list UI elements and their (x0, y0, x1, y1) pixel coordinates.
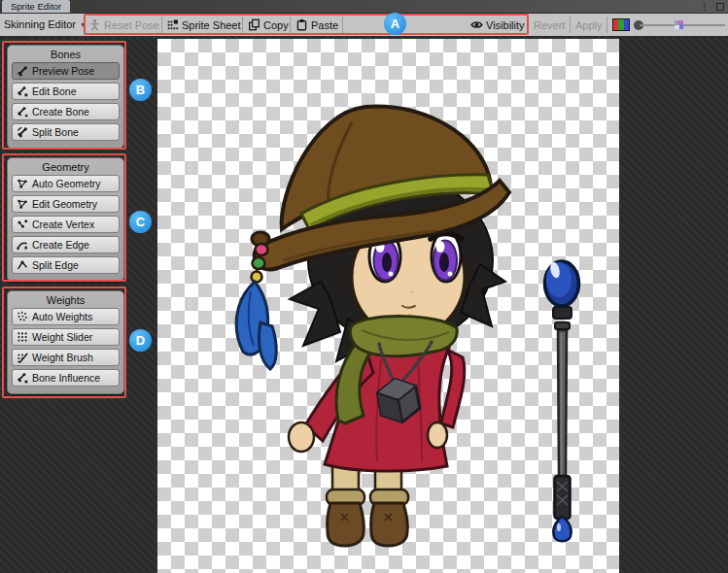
badge-letter: D (136, 333, 145, 348)
sprite-sheet-icon (166, 18, 179, 31)
button-label: Auto Geometry (32, 178, 101, 189)
panel-title: Bones (8, 48, 123, 62)
bone-icon (17, 65, 28, 77)
bones-panel: Bones Preview Pose Edit Bone Create Bone… (7, 45, 124, 149)
create-vertex-button[interactable]: Create Vertex (12, 216, 120, 233)
tab-label: Sprite Editor (11, 1, 61, 12)
button-label: Split Bone (32, 126, 79, 138)
edit-geometry-button[interactable]: Edit Geometry (12, 195, 120, 213)
toolbar-separator (570, 17, 571, 33)
toolbar-separator (342, 17, 343, 33)
tab-bar: Sprite Editor ⋮ (0, 0, 728, 13)
eye-icon (470, 18, 483, 31)
badge-letter: A (391, 17, 399, 31)
weights-panel: Weights Auto Weights Weight Slider Weigh… (7, 290, 124, 394)
reset-pose-button[interactable]: Reset Pose (88, 14, 159, 36)
sprite-editor-window: Sprite Editor ⋮ Skinning Editor▼ Reset P… (0, 0, 728, 573)
button-label: Paste (311, 19, 338, 31)
button-label: Create Bone (32, 106, 89, 118)
button-label: Bone Influence (32, 372, 100, 384)
maximize-icon[interactable] (716, 3, 724, 11)
edge-split-icon (17, 259, 28, 271)
reset-pose-icon (88, 18, 101, 31)
button-label: Reset Pose (104, 19, 159, 31)
kebab-menu-icon[interactable]: ⋮ (700, 0, 710, 13)
paste-button[interactable]: Paste (295, 14, 338, 36)
button-label: Sprite Sheet (182, 19, 241, 31)
mesh-icon (17, 198, 28, 210)
annotation-badge-a: A (384, 13, 406, 35)
preview-pose-button[interactable]: Preview Pose (12, 62, 120, 80)
button-label: Apply (575, 19, 603, 31)
auto-geometry-button[interactable]: Auto Geometry (12, 175, 120, 192)
dots-auto-icon (17, 311, 28, 322)
weight-brush-button[interactable]: Weight Brush (12, 349, 120, 366)
paste-icon (295, 18, 308, 31)
toolbar-separator (290, 17, 291, 33)
staff-sprite (545, 261, 579, 542)
apply-button[interactable]: Apply (575, 14, 603, 36)
toolbar-separator (607, 17, 607, 33)
button-label: Edit Geometry (32, 198, 97, 210)
badge-letter: C (136, 215, 145, 229)
copy-icon (248, 18, 260, 31)
rgb-channels-icon[interactable] (612, 18, 630, 31)
annotation-badge-d: D (129, 329, 152, 352)
button-label: Revert (534, 19, 565, 31)
toolbar-separator (242, 17, 243, 33)
button-label: Weight Slider (32, 331, 92, 343)
split-edge-button[interactable]: Split Edge (12, 256, 120, 274)
geometry-panel: Geometry Auto Geometry Edit Geometry Cre… (7, 157, 124, 282)
annotation-badge-b: B (129, 79, 152, 101)
create-edge-button[interactable]: Create Edge (12, 236, 120, 253)
button-label: Preview Pose (32, 65, 94, 77)
dots-brush-icon (17, 352, 28, 363)
toolbar-separator (161, 17, 162, 33)
button-label: Create Vertex (32, 219, 94, 230)
skinning-editor-dropdown[interactable]: Skinning Editor▼ (4, 14, 87, 36)
chevron-down-icon: ▼ (80, 21, 87, 28)
copy-button[interactable]: Copy (248, 14, 289, 36)
tab-sprite-editor[interactable]: Sprite Editor (2, 0, 70, 13)
bone-influence-button[interactable]: Bone Influence (12, 369, 120, 387)
sprite-canvas[interactable] (157, 39, 619, 573)
mode-label: Skinning Editor (4, 18, 76, 30)
mip-levels-icon[interactable] (675, 20, 683, 29)
toolbar: Skinning Editor▼ Reset Pose Sprite Sheet… (0, 13, 728, 36)
button-label: Create Edge (32, 239, 89, 251)
visibility-button[interactable]: Visibility (470, 14, 525, 36)
button-label: Split Edge (32, 259, 79, 271)
panel-title: Geometry (8, 160, 123, 175)
button-label: Weight Brush (32, 352, 93, 363)
weight-slider-button[interactable]: Weight Slider (12, 328, 120, 346)
bone-influence-icon (17, 372, 28, 384)
button-label: Edit Bone (32, 85, 77, 97)
create-bone-button[interactable]: Create Bone (12, 103, 120, 120)
sprite-sheet-button[interactable]: Sprite Sheet (166, 14, 241, 36)
auto-weights-button[interactable]: Auto Weights (12, 308, 120, 325)
dots-grid-icon (17, 331, 28, 343)
mesh-icon (17, 178, 28, 189)
bone-create-icon (17, 106, 28, 118)
panel-title: Weights (8, 293, 123, 308)
boots (327, 489, 408, 546)
bone-edit-icon (17, 85, 28, 97)
edge-create-icon (17, 239, 28, 251)
edit-bone-button[interactable]: Edit Bone (12, 83, 120, 100)
button-label: Visibility (486, 19, 525, 31)
badge-letter: B (136, 83, 145, 97)
bone-split-icon (17, 126, 28, 138)
revert-button[interactable]: Revert (534, 14, 565, 36)
button-label: Copy (263, 19, 289, 31)
vertex-create-icon (17, 219, 28, 230)
split-bone-button[interactable]: Split Bone (12, 123, 120, 141)
button-label: Auto Weights (32, 311, 92, 322)
character-sprite (157, 39, 619, 573)
window-controls: ⋮ (700, 0, 724, 13)
annotation-badge-c: C (129, 211, 152, 233)
